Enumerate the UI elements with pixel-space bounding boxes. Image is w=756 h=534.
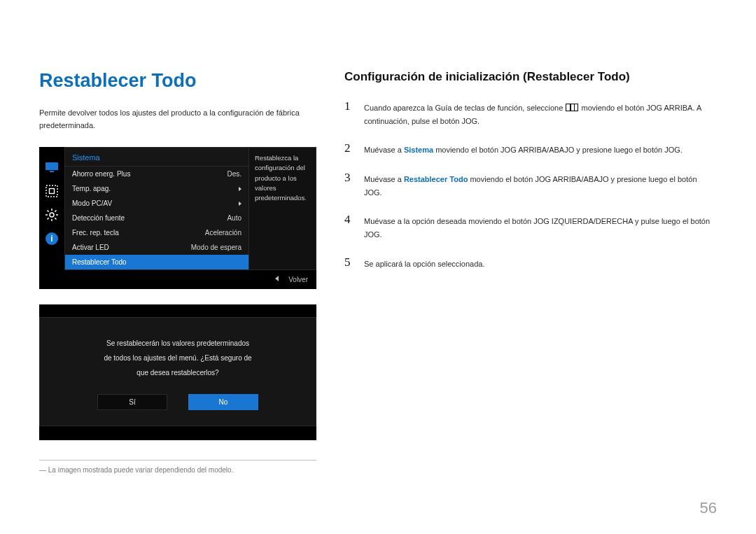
divider [39, 460, 316, 461]
footnote: ― La imagen mostrada puede variar depend… [39, 466, 316, 474]
osd-row: Detección fuente Auto [65, 211, 248, 225]
step-number: 1 [344, 99, 354, 113]
monitor-icon [45, 161, 59, 174]
svg-line-12 [48, 218, 49, 220]
svg-point-4 [50, 213, 54, 217]
osd-value [239, 199, 241, 207]
page-number: 56 [700, 499, 717, 517]
step-text: Muévase a Restablecer Todo moviendo el b… [364, 171, 717, 199]
info-icon: i [46, 232, 58, 245]
osd-value: Auto [227, 214, 241, 222]
step-number: 5 [344, 255, 354, 269]
triangle-left-icon [275, 276, 279, 281]
osd-label: Modo PC/AV [72, 199, 112, 207]
osd-description: Restablezca la configuración del product… [248, 148, 316, 269]
osd-label: Ahorro energ. Plus [72, 170, 130, 178]
gear-icon [45, 209, 59, 221]
step-5: 5 Se aplicará la opción seleccionada. [344, 255, 717, 271]
osd-label: Frec. rep. tecla [72, 229, 119, 237]
section-subtitle: Configuración de inicialización (Restabl… [344, 70, 717, 84]
svg-line-10 [55, 218, 56, 220]
picture-icon [45, 185, 59, 197]
step-number: 2 [344, 141, 354, 155]
osd-row: Frec. rep. tecla Aceleración [65, 225, 248, 240]
step-text: Se aplicará la opción seleccionada. [364, 255, 484, 271]
osd-value: Des. [227, 170, 241, 178]
step-number: 3 [344, 171, 354, 185]
step-text: Muévase a la opción deseada moviendo el … [364, 213, 717, 241]
osd-label: Temp. apag. [72, 185, 111, 192]
svg-line-11 [55, 211, 56, 212]
osd-label: Activar LED [72, 244, 109, 251]
step-text: Muévase a Sistema moviendo el botón JOG … [364, 141, 682, 157]
step-4: 4 Muévase a la opción deseada moviendo e… [344, 213, 717, 241]
svg-rect-1 [50, 171, 54, 172]
osd-row: Modo PC/AV [65, 196, 248, 211]
step-text: Cuando aparezca la Guía de teclas de fun… [364, 99, 717, 127]
osd-footer: Volver [39, 270, 316, 289]
svg-rect-3 [50, 189, 55, 194]
osd-screenshot: i Sistema Ahorro energ. Plus Des. Temp. … [39, 147, 316, 289]
confirm-message: Se restablecerán los valores predetermin… [64, 336, 292, 380]
confirm-screenshot: Se restablecerán los valores predetermin… [39, 304, 316, 440]
confirm-yes-button: Sí [97, 394, 167, 410]
step-1: 1 Cuando aparezca la Guía de teclas de f… [344, 99, 717, 127]
step-2: 2 Muévase a Sistema moviendo el botón JO… [344, 141, 717, 157]
osd-row-selected: Restablecer Todo [65, 255, 248, 269]
step-number: 4 [344, 213, 354, 227]
osd-value: Modo de espera [191, 244, 241, 251]
svg-rect-2 [46, 185, 57, 197]
osd-label: Detección fuente [72, 214, 125, 222]
osd-value: Aceleración [205, 229, 241, 237]
osd-row: Temp. apag. [65, 181, 248, 196]
osd-value [239, 185, 241, 192]
osd-header: Sistema [65, 148, 248, 167]
osd-row: Ahorro energ. Plus Des. [65, 167, 248, 181]
confirm-no-button: No [188, 394, 258, 410]
page-title: Restablecer Todo [39, 70, 316, 92]
intro-text: Permite devolver todos los ajustes del p… [39, 107, 316, 132]
osd-label: Restablecer Todo [72, 258, 127, 266]
svg-rect-0 [46, 162, 58, 170]
keyword-sistema: Sistema [404, 146, 433, 154]
osd-row: Activar LED Modo de espera [65, 240, 248, 255]
keyword-restablecer: Restablecer Todo [404, 175, 468, 183]
step-3: 3 Muévase a Restablecer Todo moviendo el… [344, 171, 717, 199]
menu-icon [566, 104, 578, 111]
svg-line-9 [48, 211, 49, 212]
